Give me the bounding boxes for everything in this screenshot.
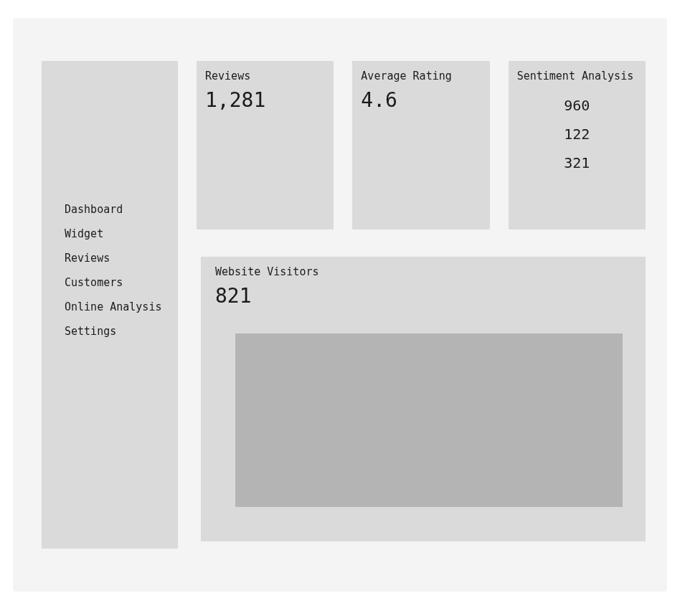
sentiment-value-3: 321 (564, 154, 590, 171)
rating-card-title: Average Rating (361, 70, 481, 82)
sidebar: Dashboard Widget Reviews Customers Onlin… (42, 61, 178, 549)
sentiment-value-2: 122 (564, 125, 590, 143)
sentiment-value-1: 960 (564, 97, 590, 114)
sidebar-item-dashboard[interactable]: Dashboard (42, 197, 178, 222)
sidebar-item-online-analysis[interactable]: Online Analysis (42, 295, 178, 319)
main-content: Reviews 1,281 Average Rating 4.6 Sentime… (197, 61, 646, 549)
metric-cards-row: Reviews 1,281 Average Rating 4.6 Sentime… (197, 61, 646, 229)
rating-card: Average Rating 4.6 (352, 61, 489, 229)
sentiment-card: Sentiment Analysis 960 122 321 (509, 61, 646, 229)
reviews-card-value: 1,281 (205, 88, 325, 112)
reviews-card: Reviews 1,281 (197, 61, 334, 229)
sidebar-item-widget[interactable]: Widget (42, 222, 178, 246)
sidebar-item-customers[interactable]: Customers (42, 270, 178, 295)
visitors-chart-placeholder (235, 333, 623, 507)
visitors-title: Website Visitors (215, 265, 631, 278)
sidebar-item-settings[interactable]: Settings (42, 319, 178, 343)
sentiment-values-list: 960 122 321 (517, 97, 637, 171)
rating-card-value: 4.6 (361, 88, 481, 112)
sentiment-card-title: Sentiment Analysis (517, 70, 637, 82)
app-container: Dashboard Widget Reviews Customers Onlin… (13, 18, 667, 592)
reviews-card-title: Reviews (205, 70, 325, 82)
visitors-panel: Website Visitors 821 (201, 257, 646, 541)
visitors-value: 821 (215, 284, 631, 308)
sidebar-item-reviews[interactable]: Reviews (42, 246, 178, 270)
